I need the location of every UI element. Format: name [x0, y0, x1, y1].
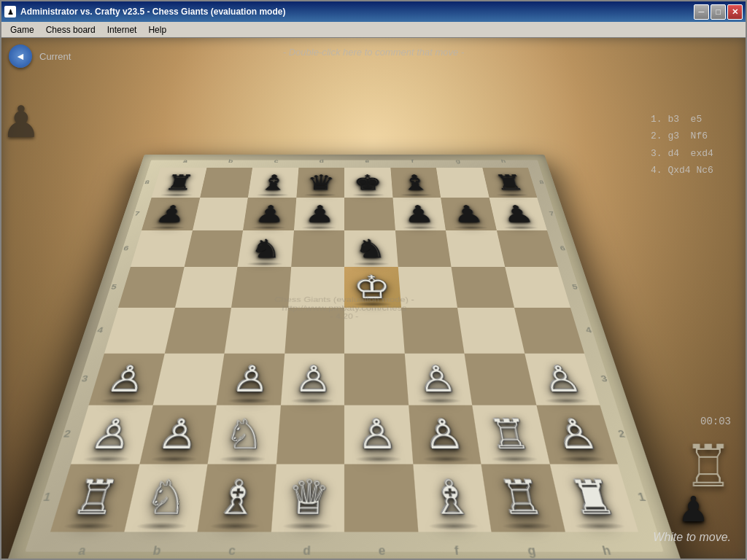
menu-chessboard[interactable]: Chess board — [40, 23, 101, 36]
square-d2[interactable] — [276, 405, 344, 464]
file-tg: g — [435, 157, 481, 164]
square-e3[interactable] — [344, 353, 409, 405]
square-e6[interactable]: ♞ — [344, 230, 398, 267]
square-c7[interactable]: ♟ — [243, 197, 296, 230]
menu-game[interactable]: Game — [4, 23, 40, 36]
piece-h8[interactable]: ♜ — [482, 167, 537, 197]
square-b4[interactable] — [164, 308, 231, 354]
piece-e6[interactable]: ♞ — [344, 230, 398, 267]
square-c6[interactable]: ♞ — [237, 230, 293, 267]
square-c8[interactable]: ♝ — [248, 167, 298, 197]
square-g6[interactable] — [446, 230, 505, 267]
piece-c7[interactable]: ♟ — [243, 197, 296, 230]
piece-a8[interactable]: ♜ — [152, 167, 206, 197]
square-f2[interactable]: ♙ — [409, 405, 481, 464]
square-c4[interactable] — [225, 308, 288, 354]
square-e1[interactable] — [344, 464, 418, 532]
square-f8[interactable]: ♝ — [390, 167, 441, 197]
file-tf: f — [390, 157, 436, 164]
square-d5[interactable] — [288, 267, 345, 308]
square-a7[interactable]: ♟ — [142, 197, 200, 230]
square-f1[interactable]: ♗ — [413, 464, 492, 532]
square-b6[interactable] — [184, 230, 243, 267]
piece-c6[interactable]: ♞ — [237, 230, 293, 267]
square-a6[interactable] — [131, 230, 193, 267]
game-status: White to move. — [653, 531, 731, 544]
move-1: 1. b3 e5 — [651, 111, 738, 128]
window-title: Administrator vs. Crafty v23.5 - Chess G… — [20, 7, 285, 17]
piece-c3[interactable]: ♙ — [217, 353, 285, 405]
square-d3[interactable]: ♙ — [280, 353, 344, 405]
square-d4[interactable] — [285, 308, 344, 354]
square-f7[interactable]: ♟ — [392, 197, 446, 230]
piece-d1[interactable]: ♕ — [271, 464, 344, 532]
square-b5[interactable] — [175, 267, 238, 308]
close-button[interactable]: ✕ — [727, 4, 743, 20]
square-g5[interactable] — [452, 267, 514, 308]
piece-f2[interactable]: ♙ — [409, 405, 481, 464]
comment-text[interactable]: - Double-click here to comment that move… — [283, 47, 465, 58]
piece-d7[interactable]: ♟ — [294, 197, 344, 230]
piece-c2[interactable]: ♘ — [208, 405, 281, 464]
square-d1[interactable]: ♕ — [271, 464, 344, 532]
piece-f7[interactable]: ♟ — [392, 197, 446, 230]
square-g8[interactable] — [436, 167, 489, 197]
square-e7[interactable] — [344, 197, 395, 230]
square-a5[interactable] — [118, 267, 184, 308]
square-c3[interactable]: ♙ — [217, 353, 285, 405]
piece-c1[interactable]: ♗ — [197, 464, 276, 532]
maximize-button[interactable]: □ — [711, 4, 726, 20]
piece-f1[interactable]: ♗ — [413, 464, 492, 532]
piece-h7[interactable]: ♟ — [489, 197, 547, 230]
content-area: ◄ Current - Double-click here to comment… — [1, 38, 746, 559]
square-e8[interactable]: ♚ — [344, 167, 392, 197]
square-f5[interactable] — [398, 267, 457, 308]
piece-f3[interactable]: ♙ — [404, 353, 472, 405]
move-4: 4. Qxd4 Nc6 — [651, 162, 738, 179]
square-f3[interactable]: ♙ — [404, 353, 472, 405]
square-f4[interactable] — [401, 308, 465, 354]
piece-d8[interactable]: ♛ — [296, 167, 344, 197]
piece-e2[interactable]: ♙ — [344, 405, 413, 464]
file-ta: a — [161, 157, 209, 164]
square-a8[interactable]: ♜ — [152, 167, 206, 197]
minimize-button[interactable]: ─ — [694, 4, 709, 20]
square-e2[interactable]: ♙ — [344, 405, 413, 464]
square-b7[interactable] — [193, 197, 248, 230]
square-b3[interactable] — [152, 353, 224, 405]
comment-area[interactable]: - Double-click here to comment that move… — [1, 47, 746, 58]
square-d6[interactable] — [291, 230, 344, 267]
square-h8[interactable]: ♜ — [482, 167, 537, 197]
piece-b2[interactable]: ♙ — [139, 405, 217, 464]
piece-f8[interactable]: ♝ — [390, 167, 441, 197]
file-tb: b — [207, 157, 254, 164]
square-c5[interactable] — [231, 267, 291, 308]
piece-e8[interactable]: ♚ — [344, 167, 392, 197]
piece-d3[interactable]: ♙ — [280, 353, 344, 405]
menu-internet[interactable]: Internet — [101, 23, 143, 36]
square-c2[interactable]: ♘ — [208, 405, 281, 464]
file-f: f — [419, 540, 496, 559]
square-f6[interactable] — [395, 230, 451, 267]
square-d7[interactable]: ♟ — [294, 197, 344, 230]
square-b8[interactable] — [200, 167, 252, 197]
square-b2[interactable]: ♙ — [139, 405, 217, 464]
square-d8[interactable]: ♛ — [296, 167, 344, 197]
square-g4[interactable] — [457, 308, 525, 354]
piece-b1[interactable]: ♘ — [124, 464, 208, 532]
piece-e5-king[interactable]: ♔ — [344, 267, 401, 308]
square-e4[interactable] — [344, 308, 404, 354]
square-c1[interactable]: ♗ — [197, 464, 276, 532]
square-g7[interactable]: ♟ — [441, 197, 496, 230]
piece-c8[interactable]: ♝ — [248, 167, 298, 197]
piece-a7[interactable]: ♟ — [142, 197, 200, 230]
square-h7[interactable]: ♟ — [489, 197, 547, 230]
square-b1[interactable]: ♘ — [124, 464, 208, 532]
piece-g7[interactable]: ♟ — [441, 197, 496, 230]
file-b: b — [117, 540, 196, 559]
window-controls: ─ □ ✕ — [694, 4, 743, 20]
menu-help[interactable]: Help — [142, 23, 172, 36]
square-e5[interactable]: ♔ — [344, 267, 401, 308]
game-timer: 00:03 — [700, 416, 731, 427]
move-list: 1. b3 e5 2. g3 Nf6 3. d4 exd4 4. Qxd4 Nc… — [651, 111, 738, 179]
